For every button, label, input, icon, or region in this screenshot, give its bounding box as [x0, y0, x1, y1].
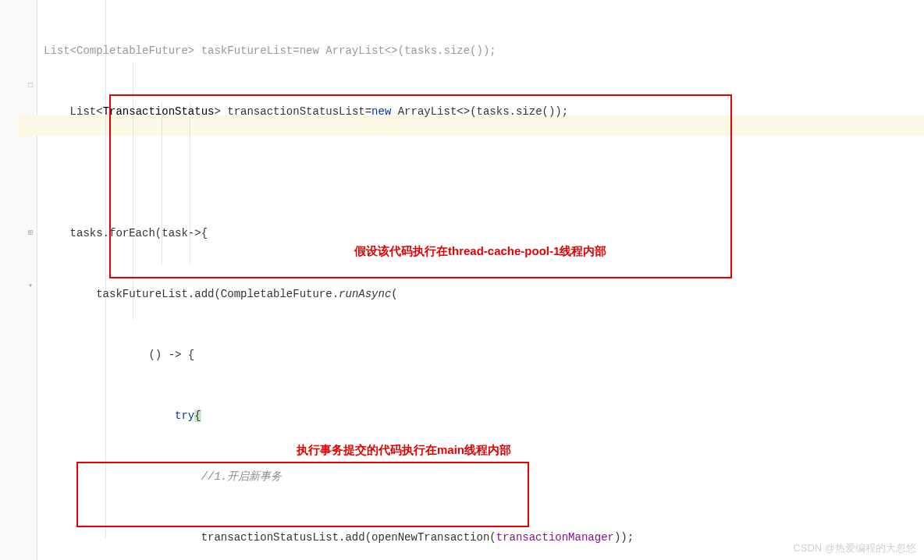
code-line: taskFutureList.add(CompletableFuture.run…: [44, 284, 918, 304]
code-line: tasks.forEach(task->{: [44, 223, 918, 243]
chevron-down-icon[interactable]: ▾: [28, 281, 36, 289]
code-line: List<TransactionStatus> transactionStatu…: [44, 101, 918, 122]
code-line: List<CompletableFuture> taskFutureList=n…: [44, 41, 918, 61]
indent-guide: [105, 0, 106, 538]
annotation-label-1: 假设该代码执行在thread-cache-pool-1线程内部: [354, 244, 606, 259]
code-line: () -> {: [44, 345, 918, 365]
code-line: transactionStatusList.add(openNewTransac…: [44, 527, 918, 548]
fold-marker-icon[interactable]: ⊞: [28, 228, 36, 236]
code-editor[interactable]: List<CompletableFuture> taskFutureList=n…: [37, 0, 924, 560]
annotation-label-2: 执行事务提交的代码执行在main线程内部: [297, 443, 511, 458]
fold-marker-icon[interactable]: □: [28, 81, 36, 89]
code-line: [44, 162, 918, 183]
code-line: //1.开启新事务: [44, 466, 918, 487]
editor-gutter: □ ▾ ⊞ ▾: [0, 0, 37, 560]
code-line: try{: [44, 406, 918, 426]
